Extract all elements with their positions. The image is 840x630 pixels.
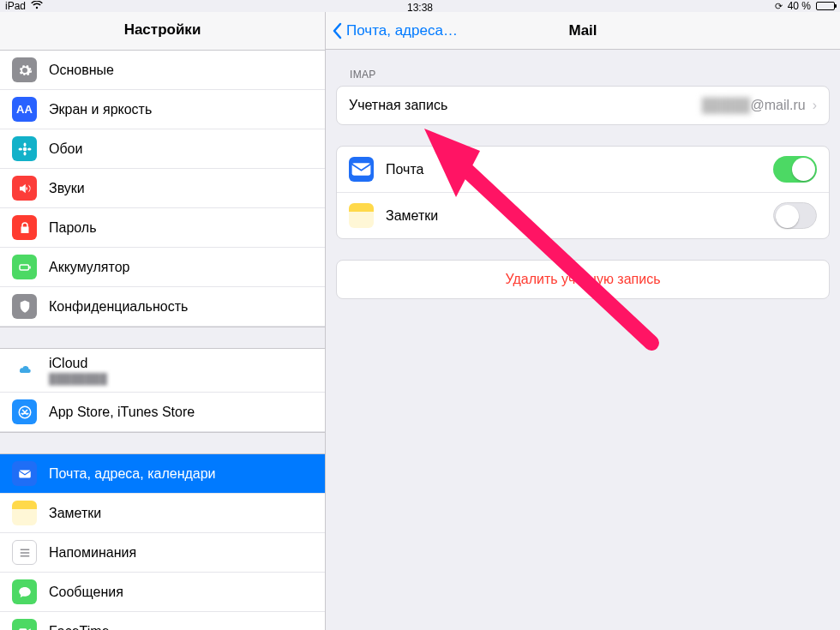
sidebar-item-reminders[interactable]: Напоминания [0, 533, 325, 573]
svg-rect-8 [19, 470, 31, 477]
settings-sidebar: Настройки Основные AA Экран и яркость Об… [0, 12, 326, 630]
detail-panel: Почта, адреса… Mail IMAP Учетная запись … [326, 12, 840, 630]
back-button[interactable]: Почта, адреса… [326, 22, 458, 39]
sidebar-item-facetime[interactable]: FaceTime [0, 612, 325, 630]
sidebar-label: Обои [49, 141, 82, 157]
cloud-icon [12, 358, 37, 383]
notes-icon [349, 203, 374, 228]
device-name: iPad [5, 0, 26, 12]
service-label: Почта [386, 162, 773, 177]
sidebar-label: Аккумулятор [49, 260, 129, 275]
battery-icon [12, 255, 37, 279]
sidebar-label: Напоминания [49, 545, 136, 561]
svg-rect-6 [29, 266, 31, 268]
status-bar: iPad 13:38 ⟳ 40 % [0, 0, 840, 12]
svg-point-1 [23, 142, 26, 147]
back-label: Почта, адреса… [346, 22, 458, 39]
sidebar-label: Почта, адреса, календари [49, 466, 216, 482]
chevron-right-icon: › [813, 98, 817, 113]
sidebar-label: Конфиденциальность [49, 299, 188, 315]
svg-rect-5 [20, 265, 29, 270]
mail-icon [12, 461, 37, 486]
sidebar-label: iCloud [49, 356, 87, 370]
icloud-account-sub: ████████ [49, 373, 107, 385]
sidebar-label: Пароль [49, 220, 97, 236]
sidebar-label: Основные [49, 63, 114, 78]
sidebar-item-general[interactable]: Основные [0, 51, 325, 90]
sidebar-item-sounds[interactable]: Звуки [0, 169, 325, 208]
orientation-lock-icon: ⟳ [775, 1, 783, 12]
svg-point-3 [18, 147, 22, 150]
sidebar-separator [0, 432, 325, 454]
sidebar-label: FaceTime [49, 624, 110, 631]
delete-account-button[interactable]: Удалить учетную запись [337, 261, 829, 298]
account-label: Учетная запись [349, 98, 702, 113]
sidebar-item-appstore[interactable]: App Store, iTunes Store [0, 393, 325, 432]
gear-icon [12, 57, 37, 82]
lock-icon [12, 215, 37, 240]
sidebar-label: App Store, iTunes Store [49, 405, 195, 420]
sidebar-label: Заметки [49, 506, 101, 521]
sidebar-label: Звуки [49, 181, 85, 196]
appstore-icon [12, 399, 37, 424]
sidebar-title: Настройки [0, 12, 325, 51]
messages-icon [12, 579, 37, 604]
svg-rect-13 [352, 163, 371, 176]
sidebar-item-passcode[interactable]: Пароль [0, 208, 325, 248]
notes-toggle[interactable] [773, 202, 817, 229]
sidebar-item-privacy[interactable]: Конфиденциальность [0, 287, 325, 327]
sidebar-label: Экран и яркость [49, 102, 152, 117]
sidebar-item-notes[interactable]: Заметки [0, 494, 325, 533]
text-size-icon: AA [12, 97, 37, 122]
sidebar-item-mail[interactable]: Почта, адреса, календари [0, 454, 325, 494]
detail-navbar: Почта, адреса… Mail [326, 12, 840, 50]
sidebar-label: Сообщения [49, 585, 123, 600]
svg-point-2 [23, 152, 26, 156]
mail-toggle[interactable] [773, 156, 817, 183]
sidebar-item-battery[interactable]: Аккумулятор [0, 248, 325, 287]
svg-point-4 [27, 147, 32, 150]
sidebar-item-display[interactable]: AA Экран и яркость [0, 90, 325, 129]
service-label: Заметки [386, 208, 773, 224]
facetime-icon [12, 619, 37, 630]
flower-icon [12, 136, 37, 161]
delete-label: Удалить учетную запись [505, 272, 660, 287]
sidebar-separator [0, 327, 325, 349]
account-value: █████@mail.ru [702, 98, 806, 113]
mail-icon [349, 157, 374, 182]
battery-pct: 40 % [788, 0, 811, 12]
sidebar-item-icloud[interactable]: iCloud ████████ [0, 349, 325, 393]
service-notes-row: Заметки [337, 193, 829, 238]
battery-icon [816, 2, 835, 10]
wifi-icon [31, 0, 43, 12]
sidebar-item-wallpaper[interactable]: Обои [0, 129, 325, 169]
sidebar-item-messages[interactable]: Сообщения [0, 573, 325, 612]
detail-title: Mail [568, 22, 597, 39]
svg-point-0 [22, 147, 27, 151]
service-mail-row: Почта [337, 147, 829, 193]
reminders-icon [12, 540, 37, 565]
notes-icon [12, 501, 37, 525]
hand-icon [12, 294, 37, 319]
account-cell[interactable]: Учетная запись █████@mail.ru › [337, 87, 829, 124]
section-header-imap: IMAP [336, 50, 830, 86]
speaker-icon [12, 176, 37, 201]
